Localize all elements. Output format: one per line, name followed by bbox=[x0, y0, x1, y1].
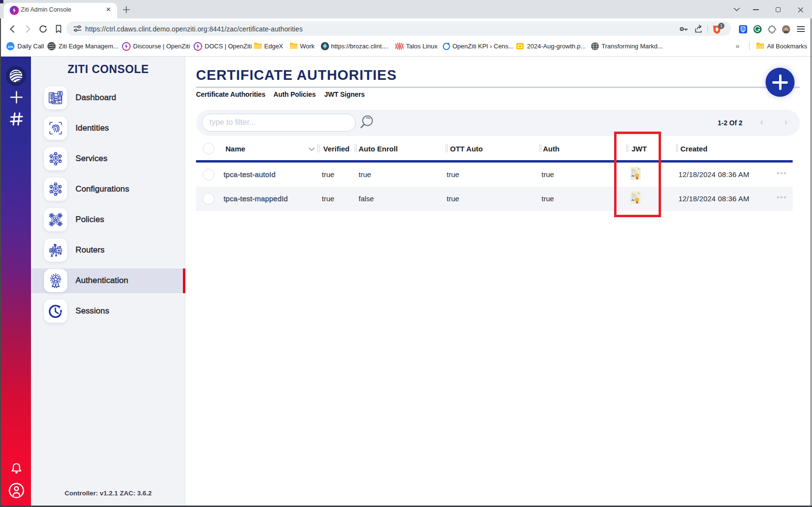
svg-text:zm: zm bbox=[8, 45, 13, 49]
